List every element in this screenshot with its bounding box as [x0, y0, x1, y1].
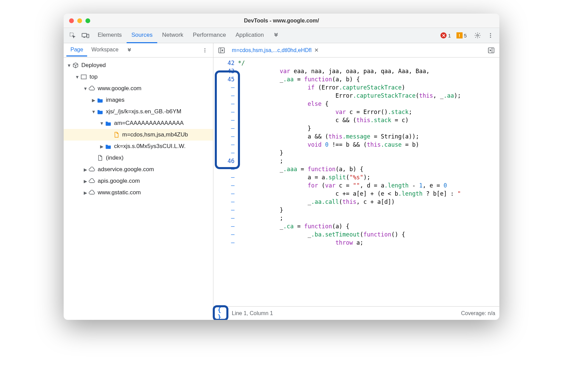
tree-item[interactable]: ▶ck=xjs.s.0Mx5ys3sCUI.L.W.	[64, 141, 213, 152]
tree-item[interactable]: ▼Deployed	[64, 60, 213, 71]
more-tabs-icon[interactable]	[271, 30, 282, 41]
code-editor[interactable]: 424345–––––––––46–––––––––– */ var eaa, …	[213, 58, 499, 306]
tree-item[interactable]: (index)	[64, 152, 213, 164]
folder-icon	[96, 97, 104, 103]
cloud-icon	[88, 190, 96, 195]
editor-pane: m=cdos,hsm,jsa,...c,dtl0hd,eHDfl ✕ 42434…	[213, 43, 499, 320]
tree-item[interactable]: ▼xjs/_/js/k=xjs.s.en_GB.-b6YM	[64, 106, 213, 117]
warning-count: 5	[464, 33, 467, 38]
cube-icon	[72, 62, 79, 68]
svg-point-6	[490, 37, 491, 38]
tree-item[interactable]: ▶www.gstatic.com	[64, 187, 213, 198]
editor-tab[interactable]: m=cdos,hsm,jsa,...c,dtl0hd,eHDfl ✕	[230, 46, 321, 55]
tree-item-label: am=CAAAAAAAAAAAAAA	[114, 120, 184, 127]
frame-icon	[80, 74, 87, 80]
tree-arrow-icon: ▶	[91, 98, 96, 103]
more-nav-tabs-icon[interactable]	[124, 45, 135, 56]
tab-elements[interactable]: Elements	[93, 28, 127, 43]
navigator-tabs: PageWorkspace	[64, 43, 213, 58]
window-title: DevTools - www.google.com/	[64, 18, 499, 24]
cursor-position: Line 1, Column 1	[232, 310, 273, 316]
tree-item[interactable]: ▼www.google.com	[64, 83, 213, 94]
tree-item-label: top	[90, 74, 98, 80]
code-content[interactable]: */ var eaa, naa, jaa, oaa, paa, qaa, Aaa…	[238, 58, 499, 306]
warning-icon: !	[456, 32, 463, 38]
svg-point-3	[477, 35, 479, 36]
tree-item-label: images	[106, 97, 125, 103]
file-icon	[113, 132, 120, 138]
minimize-window-button[interactable]	[77, 18, 82, 23]
tree-item-label: ck=xjs.s.0Mx5ys3sCUI.L.W.	[114, 143, 186, 150]
warning-badge[interactable]: ! 5	[456, 32, 467, 38]
tree-arrow-icon: ▶	[83, 179, 88, 184]
error-count: 1	[448, 33, 451, 38]
tree-arrow-icon: ▶	[83, 167, 88, 172]
tab-sources[interactable]: Sources	[127, 28, 157, 43]
tree-arrow-icon: ▶	[83, 190, 88, 195]
error-icon: ✕	[440, 32, 447, 38]
tree-item[interactable]: ▶apis.google.com	[64, 175, 213, 187]
tree-arrow-icon: ▼	[83, 86, 88, 91]
cloud-icon	[88, 178, 96, 184]
navigator-menu-icon[interactable]	[199, 45, 210, 56]
svg-point-5	[490, 35, 491, 36]
folder-icon	[96, 109, 104, 114]
tree-item-label: Deployed	[81, 62, 106, 69]
editor-tabs: m=cdos,hsm,jsa,...c,dtl0hd,eHDfl ✕	[213, 43, 499, 58]
cloud-icon	[88, 167, 96, 172]
toggle-debugger-icon[interactable]	[486, 45, 497, 56]
tree-arrow-icon: ▼	[91, 109, 96, 114]
inspect-icon[interactable]	[67, 30, 78, 41]
close-tab-icon[interactable]: ✕	[314, 47, 319, 53]
file-tree[interactable]: ▼Deployed▼top▼www.google.com▶images▼xjs/…	[64, 58, 213, 320]
navigator-panel: PageWorkspace ▼Deployed▼top▼www.google.c…	[64, 43, 213, 320]
tab-performance[interactable]: Performance	[188, 28, 231, 43]
tree-arrow-icon: ▶	[99, 144, 104, 149]
svg-rect-10	[81, 75, 86, 79]
tree-item-label: m=cdos,hsm,jsa,mb4ZUb	[122, 131, 188, 138]
gutter[interactable]: 424345–––––––––46––––––––––	[213, 58, 238, 306]
tree-item[interactable]: m=cdos,hsm,jsa,mb4ZUb	[64, 129, 213, 141]
pretty-print-button[interactable]: { }	[218, 308, 228, 318]
error-badge[interactable]: ✕ 1	[440, 32, 451, 38]
svg-rect-1	[82, 33, 87, 37]
folder-icon	[104, 144, 112, 149]
tree-arrow-icon: ▼	[75, 75, 80, 80]
tree-item-label: (index)	[106, 154, 124, 161]
tree-item-label: www.google.com	[98, 85, 142, 92]
device-toggle-icon[interactable]	[80, 30, 91, 41]
tree-item-label: www.gstatic.com	[98, 189, 141, 196]
tree-item-label: xjs/_/js/k=xjs.s.en_GB.-b6YM	[106, 108, 181, 115]
titlebar: DevTools - www.google.com/	[64, 14, 499, 28]
nav-tab-page[interactable]: Page	[66, 44, 87, 56]
svg-point-9	[205, 51, 206, 52]
coverage-label: Coverage: n/a	[461, 310, 495, 316]
svg-point-8	[205, 50, 206, 51]
tree-item[interactable]: ▼am=CAAAAAAAAAAAAAA	[64, 117, 213, 129]
editor-tab-label: m=cdos,hsm,jsa,...c,dtl0hd,eHDfl	[232, 47, 311, 53]
svg-point-4	[490, 33, 491, 34]
tree-arrow-icon: ▼	[66, 63, 72, 68]
tree-item[interactable]: ▼top	[64, 71, 213, 83]
toggle-navigator-icon[interactable]	[216, 45, 227, 56]
settings-icon[interactable]	[472, 30, 483, 41]
maximize-window-button[interactable]	[85, 18, 90, 23]
tab-application[interactable]: Application	[231, 28, 269, 43]
svg-rect-2	[87, 34, 89, 38]
tree-arrow-icon: ▼	[99, 121, 104, 126]
statusbar: { } Line 1, Column 1 Coverage: n/a	[213, 306, 499, 320]
tree-item[interactable]: ▶adservice.google.com	[64, 164, 213, 175]
kebab-menu-icon[interactable]	[485, 30, 496, 41]
tab-network[interactable]: Network	[157, 28, 188, 43]
nav-tab-workspace[interactable]: Workspace	[87, 44, 123, 56]
doc-icon	[96, 155, 104, 161]
main-toolbar: ElementsSourcesNetworkPerformanceApplica…	[64, 28, 499, 43]
folder-icon	[104, 120, 112, 126]
tree-item[interactable]: ▶images	[64, 94, 213, 106]
close-window-button[interactable]	[69, 18, 74, 23]
tree-item-label: apis.google.com	[98, 178, 140, 184]
tree-item-label: adservice.google.com	[98, 166, 154, 173]
svg-point-7	[205, 48, 206, 49]
cloud-icon	[88, 86, 96, 91]
